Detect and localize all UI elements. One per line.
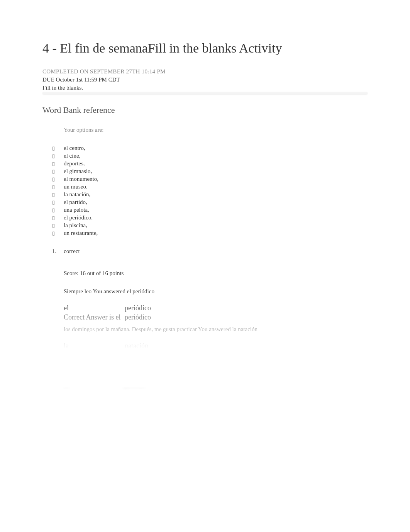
due-date: DUE October 1st 11:59 PM CDT xyxy=(42,76,368,83)
question-status: correct xyxy=(64,248,80,255)
word-bank-item: el cine, xyxy=(52,153,368,159)
word-bank-item: la piscina, xyxy=(52,222,368,229)
user-answer-article-blurred: la xyxy=(64,379,125,388)
word-bank-item: la natación, xyxy=(52,191,368,198)
user-answer-word: natación xyxy=(125,342,148,350)
word-bank-item: el gimnasio, xyxy=(52,168,368,175)
word-bank-item: un restaurante, xyxy=(52,230,368,236)
word-bank-item: el partido, xyxy=(52,199,368,206)
question-number: 1. xyxy=(52,248,64,255)
wordbank-heading: Word Bank reference xyxy=(42,105,368,115)
divider xyxy=(42,92,368,94)
user-answer-word-blurred: piscina xyxy=(125,379,144,388)
correct-answer-article: el xyxy=(115,313,120,321)
word-bank-item: el periódico, xyxy=(52,214,368,221)
correct-answer-label: Correct Answer is xyxy=(64,313,114,321)
options-label: Your options are: xyxy=(64,127,368,133)
answer-block-3-blurred: la piscina xyxy=(64,379,368,388)
user-answer-article: la xyxy=(64,342,125,350)
correct-answer-word: natación xyxy=(125,351,148,359)
sentence-part-1: Siempre leo You answered el periódico xyxy=(64,288,368,295)
word-bank-list: el centro, el cine, deportes, el gimnasi… xyxy=(52,145,368,236)
question-score: Score: 16 out of 16 points xyxy=(64,270,368,277)
question-1: 1. correct Score: 16 out of 16 points Si… xyxy=(52,248,368,388)
instructions-text: Fill in the blanks. xyxy=(42,85,368,91)
word-bank-item: el monumento, xyxy=(52,176,368,182)
word-bank-item: el centro, xyxy=(52,145,368,151)
correct-answer-word: periódico xyxy=(125,313,151,321)
word-bank-item: deportes, xyxy=(52,160,368,167)
correct-answer-label: Correct Answer is xyxy=(64,351,114,359)
answer-block-2: la natación Correct Answer is la natació… xyxy=(64,342,368,360)
word-bank-item: una pelota, xyxy=(52,207,368,213)
correct-answer-article: la xyxy=(115,351,120,359)
user-answer-article: el xyxy=(64,304,125,312)
completed-timestamp: COMPLETED ON SEPTEMBER 27TH 10:14 PM xyxy=(42,68,368,75)
answer-block-1: el periódico Correct Answer is el periód… xyxy=(64,304,368,322)
user-answer-word: periódico xyxy=(125,304,151,312)
sentence-part-2: los domingos por la mañana. Después, me … xyxy=(64,326,368,333)
sentence-part-3-blurred: . A veces nado en You answered la piscin… xyxy=(64,364,368,370)
page-title: 4 - El fin de semanaFill in the blanks A… xyxy=(42,39,368,58)
word-bank-item: un museo, xyxy=(52,184,368,190)
